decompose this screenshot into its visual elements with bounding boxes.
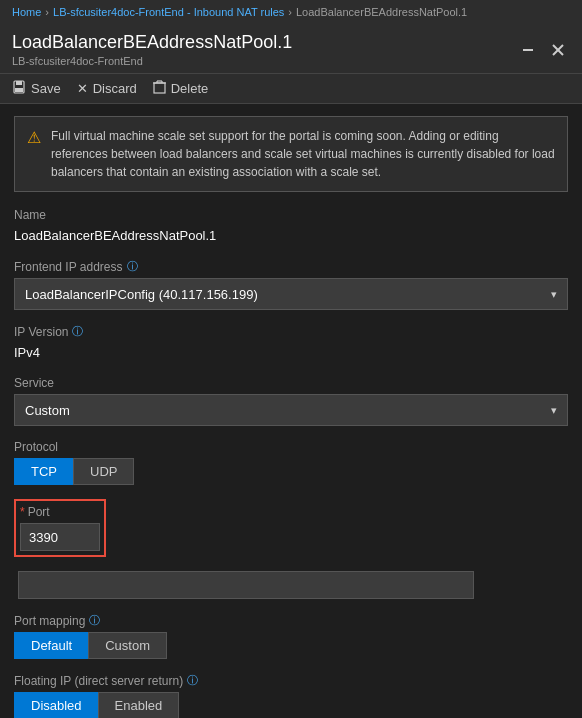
name-group: Name LoadBalancerBEAddressNatPool.1	[14, 208, 568, 245]
port-section: * Port	[14, 499, 568, 599]
ip-version-info-icon[interactable]: ⓘ	[72, 324, 83, 339]
toolbar: Save ✕ Discard Delete	[0, 74, 582, 104]
service-dropdown[interactable]: Custom ▾	[14, 394, 568, 426]
dropdown-arrow-icon: ▾	[551, 288, 557, 301]
warning-text: Full virtual machine scale set support f…	[51, 127, 555, 181]
frontend-ip-value: LoadBalancerIPConfig (40.117.156.199)	[25, 287, 258, 302]
breadcrumb-sep-2: ›	[288, 6, 292, 18]
port-mapping-label: Port mapping ⓘ	[14, 613, 568, 628]
port-mapping-group: Port mapping ⓘ Default Custom	[14, 613, 568, 659]
port-mapping-custom-button[interactable]: Custom	[88, 632, 167, 659]
port-mapping-default-button[interactable]: Default	[14, 632, 88, 659]
port-label: Port	[28, 505, 50, 519]
name-value: LoadBalancerBEAddressNatPool.1	[14, 226, 568, 245]
ip-version-value: IPv4	[14, 343, 568, 362]
header-actions	[516, 38, 570, 62]
port-mapping-button-group: Default Custom	[14, 632, 568, 659]
form-content: ⚠ Full virtual machine scale set support…	[0, 104, 582, 718]
frontend-ip-group: Frontend IP address ⓘ LoadBalancerIPConf…	[14, 259, 568, 310]
floating-ip-button-group: Disabled Enabled	[14, 692, 568, 718]
breadcrumb-sep-1: ›	[45, 6, 49, 18]
main-container: Home › LB-sfcusiter4doc-FrontEnd - Inbou…	[0, 0, 582, 718]
frontend-ip-info-icon[interactable]: ⓘ	[127, 259, 138, 274]
port-input[interactable]	[20, 523, 100, 551]
warning-banner: ⚠ Full virtual machine scale set support…	[14, 116, 568, 192]
breadcrumb-home[interactable]: Home	[12, 6, 41, 18]
frontend-ip-label: Frontend IP address ⓘ	[14, 259, 568, 274]
service-group: Service Custom ▾	[14, 376, 568, 426]
port-mapping-info-icon[interactable]: ⓘ	[89, 613, 100, 628]
ip-version-group: IP Version ⓘ IPv4	[14, 324, 568, 362]
discard-icon: ✕	[77, 81, 88, 96]
protocol-group: Protocol TCP UDP	[14, 440, 568, 485]
breadcrumb: Home › LB-sfcusiter4doc-FrontEnd - Inbou…	[0, 0, 582, 24]
protocol-label: Protocol	[14, 440, 568, 454]
discard-button[interactable]: ✕ Discard	[77, 81, 137, 96]
floating-ip-disabled-button[interactable]: Disabled	[14, 692, 98, 718]
delete-icon	[153, 80, 166, 97]
floating-ip-label: Floating IP (direct server return) ⓘ	[14, 673, 568, 688]
protocol-tcp-button[interactable]: TCP	[14, 458, 73, 485]
svg-rect-0	[523, 49, 533, 51]
delete-label: Delete	[171, 81, 209, 96]
svg-rect-6	[154, 83, 165, 93]
protocol-udp-button[interactable]: UDP	[73, 458, 134, 485]
floating-ip-info-icon[interactable]: ⓘ	[187, 673, 198, 688]
name-label: Name	[14, 208, 568, 222]
breadcrumb-lb[interactable]: LB-sfcusiter4doc-FrontEnd - Inbound NAT …	[53, 6, 284, 18]
delete-button[interactable]: Delete	[153, 80, 209, 97]
save-label: Save	[31, 81, 61, 96]
breadcrumb-current: LoadBalancerBEAddressNatPool.1	[296, 6, 467, 18]
frontend-ip-dropdown[interactable]: LoadBalancerIPConfig (40.117.156.199) ▾	[14, 278, 568, 310]
save-button[interactable]: Save	[12, 80, 61, 97]
close-button[interactable]	[546, 38, 570, 62]
floating-ip-enabled-button[interactable]: Enabled	[98, 692, 180, 718]
port-label-row: * Port	[20, 505, 100, 519]
page-subtitle: LB-sfcusiter4doc-FrontEnd	[12, 55, 292, 67]
page-title: LoadBalancerBEAddressNatPool.1	[12, 32, 292, 53]
page-header: LoadBalancerBEAddressNatPool.1 LB-sfcusi…	[0, 24, 582, 74]
port-required-group: * Port	[14, 499, 106, 557]
service-value: Custom	[25, 403, 70, 418]
port-required-star: *	[20, 505, 25, 519]
svg-rect-5	[15, 88, 23, 92]
warning-icon: ⚠	[27, 128, 41, 147]
ip-version-label: IP Version ⓘ	[14, 324, 568, 339]
save-icon	[12, 80, 26, 97]
svg-rect-4	[16, 81, 22, 85]
service-label: Service	[14, 376, 568, 390]
minimize-button[interactable]	[516, 38, 540, 62]
port-extra-input[interactable]	[18, 571, 474, 599]
service-dropdown-arrow-icon: ▾	[551, 404, 557, 417]
discard-label: Discard	[93, 81, 137, 96]
protocol-button-group: TCP UDP	[14, 458, 568, 485]
floating-ip-group: Floating IP (direct server return) ⓘ Dis…	[14, 673, 568, 718]
